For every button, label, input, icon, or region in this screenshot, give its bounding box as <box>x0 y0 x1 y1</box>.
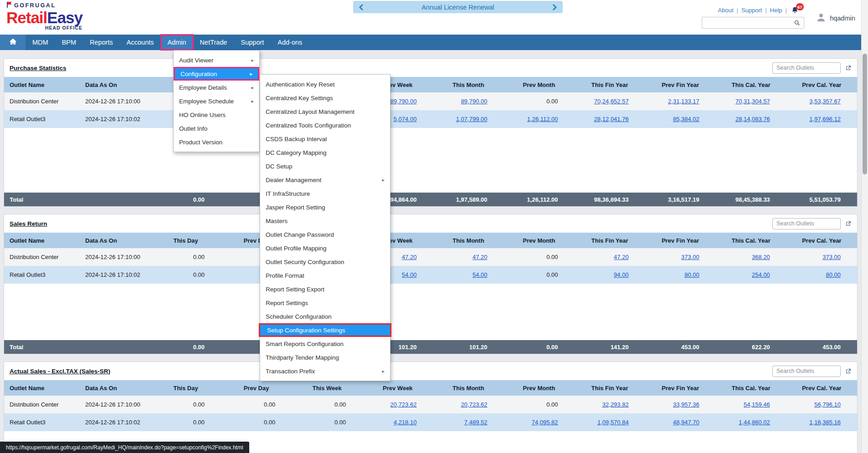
expand-icon[interactable] <box>845 368 852 375</box>
value-link[interactable]: 1,44,860.02 <box>739 419 770 426</box>
value-link[interactable]: 373.00 <box>822 254 841 260</box>
menu-item-employee-schedule[interactable]: Employee Schedule▸ <box>174 94 259 108</box>
nav-item-bpm[interactable]: BPM <box>55 35 83 50</box>
menu-item-configuration[interactable]: Configuration▸ <box>174 67 259 81</box>
menu-item-product-version[interactable]: Product Version <box>174 135 259 149</box>
menu-item-outlet-change-password[interactable]: Outlet Change Password <box>260 228 390 241</box>
column-header-this-cal-year[interactable]: This Cal. Year <box>716 77 786 92</box>
column-header-this-cal-year[interactable]: This Cal. Year <box>716 380 786 396</box>
menu-item-thirdparty-tender-mapping[interactable]: Thirdparty Tender Mapping <box>260 351 390 364</box>
value-link[interactable]: 254.00 <box>752 271 770 278</box>
search-outlets-input[interactable] <box>772 218 841 229</box>
menu-item-dc-category-mapping[interactable]: DC Category Mapping <box>260 146 390 159</box>
menu-item-outlet-info[interactable]: Outlet Info <box>174 122 259 135</box>
column-header-outlet-name[interactable]: Outlet Name <box>4 77 80 92</box>
value-link[interactable]: 47.20 <box>614 254 629 260</box>
menu-item-profile-format[interactable]: Profile Format <box>260 269 390 282</box>
global-search-input[interactable] <box>702 18 794 28</box>
menu-item-report-setting-export[interactable]: Report Setting Export <box>260 282 390 296</box>
column-header-prev-week[interactable]: Prev Week <box>362 380 433 396</box>
value-link[interactable]: 70,31,304.57 <box>735 98 770 105</box>
value-link[interactable]: 20,723.62 <box>461 401 488 408</box>
column-header-prev-cal-year[interactable]: Prev Cal. Year <box>786 77 857 92</box>
search-icon[interactable] <box>794 20 801 26</box>
value-link[interactable]: 94.00 <box>614 271 629 278</box>
menu-item-jasper-report-setting[interactable]: Jasper Report Setting <box>260 200 390 214</box>
value-link[interactable]: 1,97,696.12 <box>809 116 841 122</box>
column-header-outlet-name[interactable]: Outlet Name <box>4 233 80 248</box>
scrollbar-thumb[interactable] <box>863 54 867 174</box>
column-header-data-as-on[interactable]: Data As On <box>80 77 150 92</box>
value-link[interactable]: 1,16,385.16 <box>809 419 841 426</box>
value-link[interactable]: 47.20 <box>473 254 488 260</box>
value-link[interactable]: 70,24,652.57 <box>594 98 629 105</box>
column-header-prev-fin-year[interactable]: Prev Fin Year <box>645 380 716 396</box>
column-header-this-cal-year[interactable]: This Cal. Year <box>716 233 786 248</box>
menu-item-centralized-key-settings[interactable]: Centralized Key Settings <box>260 91 390 105</box>
notification-bell-icon[interactable]: 67 <box>791 6 799 14</box>
value-link[interactable]: 47.20 <box>402 254 417 260</box>
menu-item-audit-viewer[interactable]: Audit Viewer▸ <box>174 53 259 67</box>
column-header-this-month[interactable]: This Month <box>433 233 503 248</box>
menu-item-scheduler-configuration[interactable]: Scheduler Configuration <box>260 310 390 323</box>
menu-item-ho-online-users[interactable]: HO Online Users <box>174 108 259 122</box>
value-link[interactable]: 1,09,570.84 <box>597 419 629 426</box>
search-outlets-input[interactable] <box>772 62 841 74</box>
banner-text[interactable]: Annual License Renewal <box>421 4 494 11</box>
column-header-prev-cal-year[interactable]: Prev Cal. Year <box>786 380 857 396</box>
value-link[interactable]: 89,790.00 <box>390 98 417 105</box>
value-link[interactable]: 54,159.46 <box>744 401 770 408</box>
column-header-prev-month[interactable]: Prev Month <box>503 380 574 396</box>
menu-item-dc-setup[interactable]: DC Setup <box>260 159 390 173</box>
column-header-prev-day[interactable]: Prev Day <box>221 380 292 396</box>
menu-item-outlet-security-configuration[interactable]: Outlet Security Configuration <box>260 255 390 269</box>
expand-icon[interactable] <box>845 65 852 71</box>
menu-item-centralized-layout-management[interactable]: Centralized Layout Management <box>260 105 390 118</box>
column-header-prev-cal-year[interactable]: Prev Cal. Year <box>786 233 857 248</box>
column-header-this-week[interactable]: This Week <box>292 380 362 396</box>
column-header-this-month[interactable]: This Month <box>433 77 503 92</box>
link-help[interactable]: Help <box>770 7 782 14</box>
value-link[interactable]: 48,947.70 <box>673 419 699 426</box>
column-header-this-month[interactable]: This Month <box>433 380 503 396</box>
nav-item-reports[interactable]: Reports <box>83 35 120 50</box>
menu-item-report-settings[interactable]: Report Settings <box>260 296 390 310</box>
menu-item-it-infrastructure[interactable]: IT InfraStructure <box>260 187 390 200</box>
value-link[interactable]: 1,26,112.00 <box>527 116 558 122</box>
value-link[interactable]: 1,07,799.00 <box>456 116 488 122</box>
column-header-this-fin-year[interactable]: This Fin Year <box>575 233 645 248</box>
value-link[interactable]: 368.20 <box>752 254 770 260</box>
menu-item-smart-reports-configuration[interactable]: Smart Reports Configuration <box>260 337 390 351</box>
column-header-this-fin-year[interactable]: This Fin Year <box>575 380 645 396</box>
expand-icon[interactable] <box>845 220 852 227</box>
value-link[interactable]: 28,14,083.76 <box>735 116 770 122</box>
value-link[interactable]: 54.00 <box>402 271 417 278</box>
nav-item-add-ons[interactable]: Add-ons <box>271 35 309 50</box>
value-link[interactable]: 20,723.62 <box>390 401 417 408</box>
menu-item-setup-configuration-settings[interactable]: Setup Configuration Settings <box>259 323 391 337</box>
nav-item-admin[interactable]: Admin <box>161 35 193 50</box>
column-header-data-as-on[interactable]: Data As On <box>80 233 150 248</box>
menu-item-authentication-key-reset[interactable]: Authentication Key Reset <box>260 77 390 91</box>
column-header-data-as-on[interactable]: Data As On <box>80 380 150 396</box>
value-link[interactable]: 4,218.10 <box>394 419 417 426</box>
user-menu[interactable]: hqadmin <box>816 12 855 25</box>
page-scrollbar[interactable] <box>861 0 868 453</box>
menu-item-outlet-profile-mapping[interactable]: Outlet Profile Mapping <box>260 241 390 255</box>
nav-item-support[interactable]: Support <box>234 35 271 50</box>
value-link[interactable]: 74,095.82 <box>532 419 558 426</box>
column-header-outlet-name[interactable]: Outlet Name <box>4 380 80 396</box>
value-link[interactable]: 7,489.52 <box>464 419 488 426</box>
column-header-this-day[interactable]: This Day <box>150 380 221 396</box>
value-link[interactable]: 33,957.36 <box>673 401 699 408</box>
value-link[interactable]: 56,796.10 <box>814 401 841 408</box>
brand-logo[interactable]: GOFRUGAL RetailEasy HEAD OFFICE <box>6 1 82 31</box>
column-header-this-day[interactable]: This Day <box>150 233 221 248</box>
value-link[interactable]: 373.00 <box>681 254 699 260</box>
value-link[interactable]: 85,384.02 <box>673 116 699 122</box>
value-link[interactable]: 3,53,357.67 <box>809 98 841 105</box>
value-link[interactable]: 54.00 <box>473 271 488 278</box>
home-button[interactable] <box>0 35 26 50</box>
value-link[interactable]: 5,074.00 <box>394 116 417 122</box>
menu-item-employee-details[interactable]: Employee Details▸ <box>174 81 259 94</box>
